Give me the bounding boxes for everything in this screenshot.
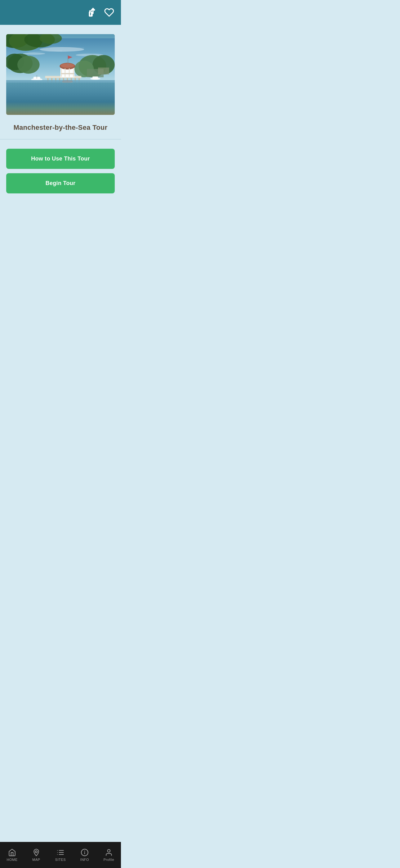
svg-rect-46 bbox=[92, 76, 98, 79]
svg-line-51 bbox=[18, 88, 57, 89]
svg-line-48 bbox=[12, 84, 40, 85]
svg-rect-47 bbox=[6, 80, 115, 111]
svg-point-59 bbox=[34, 104, 90, 114]
svg-rect-37 bbox=[69, 68, 70, 77]
hero-image bbox=[6, 34, 115, 115]
svg-point-58 bbox=[31, 102, 65, 113]
share-button[interactable] bbox=[88, 7, 99, 18]
svg-point-56 bbox=[6, 98, 27, 112]
hero-image-container bbox=[6, 34, 115, 115]
hero-scene-svg bbox=[6, 34, 115, 115]
svg-rect-1 bbox=[89, 12, 92, 16]
main-content: Manchester-by-the-Sea Tour How to Use Th… bbox=[0, 25, 121, 210]
svg-point-55 bbox=[6, 93, 42, 112]
how-to-use-button[interactable]: How to Use This Tour bbox=[6, 149, 115, 169]
svg-rect-39 bbox=[61, 73, 74, 74]
begin-tour-button[interactable]: Begin Tour bbox=[6, 173, 115, 193]
svg-rect-38 bbox=[73, 68, 74, 77]
svg-rect-14 bbox=[98, 68, 109, 74]
svg-point-63 bbox=[35, 103, 45, 108]
bottom-spacer bbox=[0, 210, 121, 241]
svg-point-7 bbox=[23, 53, 45, 55]
svg-point-34 bbox=[61, 63, 74, 68]
svg-point-61 bbox=[13, 97, 27, 104]
section-divider bbox=[0, 139, 121, 140]
svg-rect-35 bbox=[61, 68, 62, 77]
svg-point-62 bbox=[24, 102, 35, 107]
app-header bbox=[0, 0, 121, 25]
svg-point-57 bbox=[20, 97, 48, 111]
svg-point-54 bbox=[62, 80, 73, 83]
svg-rect-53 bbox=[62, 81, 72, 88]
svg-point-17 bbox=[18, 56, 40, 73]
svg-point-60 bbox=[67, 106, 112, 115]
svg-line-50 bbox=[90, 87, 112, 87]
action-buttons: How to Use This Tour Begin Tour bbox=[6, 149, 115, 204]
svg-line-52 bbox=[62, 91, 104, 91]
favorite-button[interactable] bbox=[104, 7, 115, 18]
svg-line-49 bbox=[48, 85, 84, 86]
tour-title: Manchester-by-the-Sea Tour bbox=[6, 124, 115, 132]
svg-rect-36 bbox=[65, 68, 65, 77]
